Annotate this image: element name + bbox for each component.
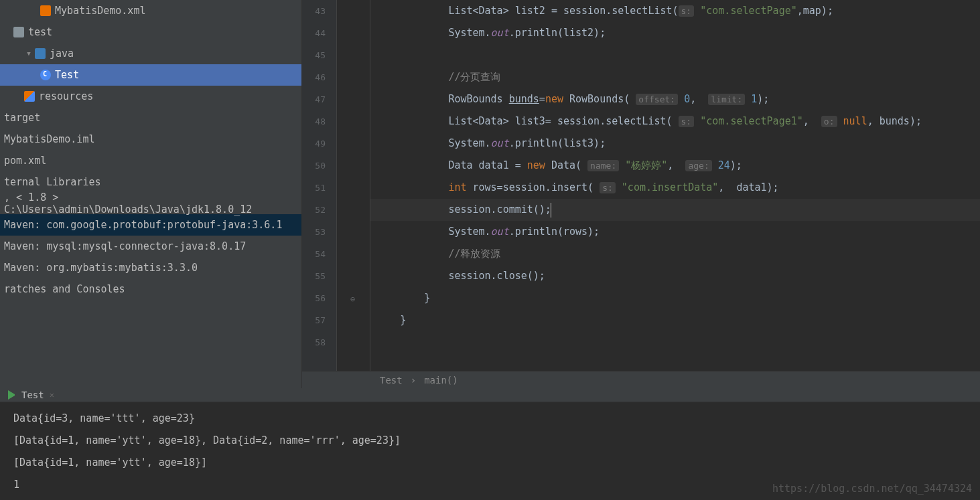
token-kw: new bbox=[527, 159, 545, 171]
tree-item[interactable]: java bbox=[0, 43, 301, 64]
tree-item[interactable]: Maven: org.mybatis:mybatis:3.3.0 bbox=[0, 257, 301, 278]
line-gutter[interactable]: 43444546474849505152535455565758 bbox=[302, 0, 337, 371]
resources-icon bbox=[24, 91, 35, 102]
tree-item[interactable]: , < 1.8 > C:\Users\admin\Downloads\Java\… bbox=[0, 193, 301, 214]
tree-item[interactable]: Test bbox=[0, 64, 301, 86]
tree-item[interactable]: Maven: mysql:mysql-connector-java:8.0.17 bbox=[0, 236, 301, 257]
token-str: "com.selectPage1" bbox=[700, 115, 803, 127]
token-str: "com.insertData" bbox=[622, 181, 719, 193]
tree-item-label: Maven: org.mybatis:mybatis:3.3.0 bbox=[4, 262, 198, 274]
line-number[interactable]: 43 bbox=[302, 0, 326, 22]
token-comment: //分页查询 bbox=[448, 71, 500, 83]
tree-item-label: MybatisDemo.iml bbox=[4, 133, 94, 145]
token-num: 1 bbox=[751, 93, 757, 105]
tree-item-label: MybatisDemo.xml bbox=[55, 5, 145, 17]
run-icon bbox=[8, 390, 17, 400]
token-field: out bbox=[491, 226, 509, 238]
line-number[interactable]: 56 bbox=[302, 287, 326, 309]
editor-area: 43444546474849505152535455565758 ⊖ List<… bbox=[302, 0, 980, 388]
fold-gutter[interactable]: ⊖ bbox=[337, 0, 370, 371]
console-panel: Test ✕ Data{id=3, name='ttt', age=23}[Da… bbox=[0, 388, 980, 500]
tree-item[interactable]: target bbox=[0, 107, 301, 129]
console-line: [Data{id=1, name='ytt', age=18}] bbox=[13, 452, 967, 474]
code-line[interactable]: System.out.println(list2); bbox=[370, 22, 980, 44]
tree-item-label: resources bbox=[39, 90, 93, 102]
code-line[interactable]: } bbox=[370, 287, 980, 309]
code-line[interactable]: Data data1 = new Data( name: "杨婷婷", age:… bbox=[370, 155, 980, 177]
token-kw: int bbox=[448, 181, 466, 193]
project-tree[interactable]: MybatisDemo.xmltestjavaTestresourcestarg… bbox=[0, 0, 302, 388]
close-icon[interactable]: ✕ bbox=[50, 390, 54, 400]
tree-item-label: ratches and Consoles bbox=[4, 283, 125, 295]
token-underline: bunds bbox=[509, 93, 539, 105]
code-line[interactable]: int rows=session.insert( s: "com.insertD… bbox=[370, 177, 980, 199]
line-number[interactable]: 46 bbox=[302, 66, 326, 88]
code-editor[interactable]: List<Data> list2 = session.selectList(s:… bbox=[370, 0, 980, 371]
tree-item[interactable]: ratches and Consoles bbox=[0, 278, 301, 300]
line-number[interactable]: 51 bbox=[302, 177, 326, 199]
code-line[interactable]: } bbox=[370, 309, 980, 331]
tree-item-label: Test bbox=[55, 69, 79, 81]
code-line[interactable] bbox=[370, 331, 980, 353]
tree-item[interactable]: pom.xml bbox=[0, 150, 301, 171]
console-tab-test[interactable]: Test ✕ bbox=[3, 388, 60, 402]
line-number[interactable]: 55 bbox=[302, 265, 326, 287]
token-hint: s: bbox=[679, 116, 695, 127]
code-line[interactable]: //释放资源 bbox=[370, 243, 980, 265]
tree-item-label: , < 1.8 > C:\Users\admin\Downloads\Java\… bbox=[4, 191, 297, 216]
watermark: https://blog.csdn.net/qq_34474324 bbox=[772, 478, 972, 500]
code-line[interactable]: System.out.println(rows); bbox=[370, 221, 980, 243]
token-comment: //释放资源 bbox=[448, 248, 500, 260]
line-number[interactable]: 58 bbox=[302, 331, 326, 353]
tree-item[interactable]: MybatisDemo.iml bbox=[0, 129, 301, 150]
code-line[interactable]: List<Data> list3= session.selectList( s:… bbox=[370, 110, 980, 133]
line-number[interactable]: 52 bbox=[302, 199, 326, 221]
console-output[interactable]: Data{id=3, name='ttt', age=23}[Data{id=1… bbox=[0, 402, 980, 500]
token-kw: new bbox=[545, 93, 563, 105]
line-number[interactable]: 47 bbox=[302, 88, 326, 110]
token-hint: offset: bbox=[636, 94, 678, 105]
line-number[interactable]: 50 bbox=[302, 155, 326, 177]
class-icon bbox=[40, 70, 51, 80]
line-number[interactable]: 57 bbox=[302, 309, 326, 331]
tree-item-label: target bbox=[4, 112, 40, 124]
tree-item-label: Maven: com.google.protobuf:protobuf-java… bbox=[4, 219, 282, 231]
token-hint: limit: bbox=[708, 94, 745, 105]
tree-item-label: ternal Libraries bbox=[4, 176, 101, 188]
tree-item[interactable]: ternal Libraries bbox=[0, 171, 301, 193]
caret bbox=[551, 203, 551, 218]
code-line[interactable] bbox=[370, 44, 980, 66]
code-line[interactable]: session.close(); bbox=[370, 265, 980, 287]
code-line[interactable]: session.commit(); bbox=[370, 199, 980, 221]
console-tabs[interactable]: Test ✕ bbox=[0, 388, 980, 402]
folder-icon bbox=[35, 48, 46, 59]
folder-icon bbox=[13, 27, 24, 37]
line-number[interactable]: 53 bbox=[302, 221, 326, 243]
breadcrumb-class[interactable]: Test bbox=[380, 375, 403, 386]
tree-item[interactable]: MybatisDemo.xml bbox=[0, 0, 301, 21]
breadcrumb-method[interactable]: main() bbox=[424, 375, 458, 386]
line-number[interactable]: 48 bbox=[302, 110, 326, 133]
tree-item[interactable]: Maven: com.google.protobuf:protobuf-java… bbox=[0, 214, 301, 236]
code-line[interactable]: List<Data> list2 = session.selectList(s:… bbox=[370, 0, 980, 22]
code-line[interactable]: System.out.println(list3); bbox=[370, 133, 980, 155]
tree-item-label: Maven: mysql:mysql-connector-java:8.0.17 bbox=[4, 240, 246, 252]
code-line[interactable]: //分页查询 bbox=[370, 66, 980, 88]
line-number[interactable]: 49 bbox=[302, 133, 326, 155]
code-line[interactable]: RowBounds bunds=new RowBounds( offset: 0… bbox=[370, 88, 980, 110]
line-number[interactable]: 44 bbox=[302, 22, 326, 44]
tree-item[interactable]: resources bbox=[0, 86, 301, 107]
token-hint: s: bbox=[679, 5, 695, 17]
token-str: "com.selectPage" bbox=[700, 5, 797, 17]
token-kw: null bbox=[843, 115, 867, 127]
tree-item-label: test bbox=[28, 26, 52, 38]
tree-item[interactable]: test bbox=[0, 21, 301, 43]
line-number[interactable]: 54 bbox=[302, 243, 326, 265]
token-field: out bbox=[491, 137, 509, 149]
console-tab-label: Test bbox=[21, 390, 44, 400]
line-number[interactable]: 45 bbox=[302, 44, 326, 66]
fold-icon[interactable]: ⊖ bbox=[350, 295, 355, 304]
token-str: "杨婷婷" bbox=[625, 159, 667, 171]
breadcrumb[interactable]: Test › main() bbox=[302, 371, 980, 388]
chevron-down-icon[interactable] bbox=[24, 49, 33, 58]
